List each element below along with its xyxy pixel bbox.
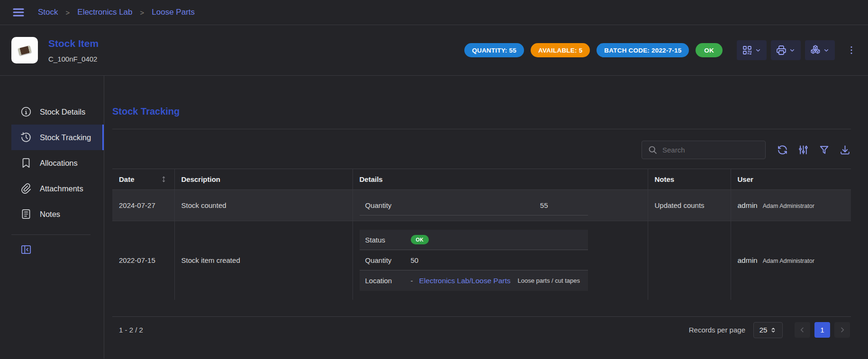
chevron-down-icon <box>788 46 796 54</box>
part-thumbnail[interactable] <box>11 37 38 63</box>
table-header-row: Date Description Details Notes User <box>112 169 851 190</box>
cell-notes: Updated counts <box>648 190 731 221</box>
stock-tracking-table: Date Description Details Notes User <box>112 169 851 300</box>
previous-page-button[interactable] <box>795 322 810 338</box>
breadcrumb-link-loose-parts[interactable]: Loose Parts <box>152 8 195 17</box>
detail-label: Status <box>365 236 411 244</box>
sidebar: Stock Details Stock Tracking Allocations <box>0 76 104 359</box>
column-header-notes[interactable]: Notes <box>648 169 731 190</box>
search-icon <box>648 145 658 155</box>
detail-label: Location <box>365 277 411 285</box>
refresh-icon[interactable] <box>777 144 788 156</box>
notes-icon <box>20 208 32 220</box>
breadcrumb-link-stock[interactable]: Stock <box>38 8 58 17</box>
adjustments-icon[interactable] <box>797 144 809 156</box>
record-range: 1 - 2 / 2 <box>119 326 143 334</box>
column-header-user[interactable]: User <box>731 169 851 190</box>
location-description: Loose parts / cut tapes <box>518 277 580 284</box>
sidebar-item-allocations[interactable]: Allocations <box>11 150 104 176</box>
breadcrumb-separator: > <box>66 9 70 17</box>
sidebar-item-attachments[interactable]: Attachments <box>11 176 104 201</box>
sidebar-item-stock-tracking[interactable]: Stock Tracking <box>11 125 104 150</box>
sidebar-item-label: Notes <box>40 210 60 219</box>
sidebar-divider <box>11 234 90 235</box>
part-name: C_100nF_0402 <box>48 55 99 63</box>
packages-icon <box>810 45 821 56</box>
column-label: Date <box>119 175 135 183</box>
search-input[interactable] <box>662 146 760 154</box>
chevron-down-icon <box>823 46 830 54</box>
stock-actions-button[interactable] <box>805 40 835 60</box>
pagination-controls: Records per page 25 1 <box>689 322 850 338</box>
chevron-right-icon <box>838 326 846 334</box>
cell-date: 2022-07-15 <box>112 221 174 300</box>
detail-value: 55 <box>540 201 548 209</box>
detail-row-status: Status OK <box>360 230 588 250</box>
table-footer: 1 - 2 / 2 Records per page 25 1 <box>112 316 851 338</box>
table-row[interactable]: 2024-07-27 Stock counted Quantity 55 Upd… <box>112 190 851 221</box>
heading-divider <box>112 129 851 129</box>
location-dash: - <box>411 277 413 285</box>
status-ok-badge: OK <box>696 43 723 57</box>
search-box <box>642 141 766 159</box>
capacitor-image <box>18 45 32 55</box>
bookmark-icon <box>20 157 32 169</box>
page-title: Stock Item <box>48 38 99 49</box>
printer-icon <box>776 45 787 56</box>
cell-description: Stock item created <box>174 221 353 300</box>
dots-vertical-icon[interactable] <box>846 45 857 55</box>
content-area: Stock Details Stock Tracking Allocations <box>0 76 868 359</box>
header-right: QUANTITY: 55 AVAILABLE: 5 BATCH CODE: 20… <box>464 40 857 60</box>
detail-value: 50 <box>411 256 419 264</box>
cell-user: admin Adam Administrator <box>731 190 851 221</box>
main-panel: Stock Tracking <box>104 76 868 359</box>
menu-hamburger-icon[interactable] <box>11 5 26 19</box>
download-icon[interactable] <box>839 144 851 156</box>
status-ok-pill: OK <box>411 235 429 244</box>
sort-icon[interactable] <box>160 175 168 183</box>
user-fullname: Adam Administrator <box>763 258 814 264</box>
detail-label: Quantity <box>365 256 411 264</box>
barcode-actions-button[interactable] <box>737 40 767 60</box>
cell-description: Stock counted <box>174 190 353 221</box>
breadcrumb-link-electronics-lab[interactable]: Electronics Lab <box>77 8 132 17</box>
sidebar-item-notes[interactable]: Notes <box>11 201 104 227</box>
panel-heading: Stock Tracking <box>112 106 851 117</box>
detail-row-quantity: Quantity 55 <box>360 195 588 215</box>
table-row[interactable]: 2022-07-15 Stock item created Status OK … <box>112 221 851 300</box>
username: admin <box>738 256 758 265</box>
page-1-button[interactable]: 1 <box>814 322 830 338</box>
available-badge: AVAILABLE: 5 <box>531 43 590 57</box>
batch-code-badge: BATCH CODE: 2022-7-15 <box>597 43 689 57</box>
cell-details: Status OK Quantity 50 Location - Electro… <box>353 221 648 300</box>
print-actions-button[interactable] <box>771 40 801 60</box>
table-toolbar <box>112 141 851 159</box>
cell-date: 2024-07-27 <box>112 190 174 221</box>
records-per-page-value: 25 <box>760 326 768 334</box>
qr-code-icon <box>741 45 753 56</box>
sidebar-item-stock-details[interactable]: Stock Details <box>11 99 104 125</box>
sidebar-item-label: Stock Tracking <box>40 133 91 142</box>
page-header: Stock Item C_100nF_0402 QUANTITY: 55 AVA… <box>0 25 868 76</box>
detail-row-location: Location - Electronics Lab/Loose Parts L… <box>360 270 588 291</box>
column-header-description[interactable]: Description <box>174 169 353 190</box>
username: admin <box>738 201 758 210</box>
collapse-sidebar-icon[interactable] <box>20 243 32 256</box>
selector-icon <box>770 327 777 333</box>
column-header-date[interactable]: Date <box>112 169 174 190</box>
sidebar-item-label: Allocations <box>40 159 78 168</box>
title-block: Stock Item C_100nF_0402 <box>48 38 99 63</box>
cell-user: admin Adam Administrator <box>731 221 851 300</box>
header-actions <box>737 40 835 60</box>
cell-details: Quantity 55 <box>353 190 648 221</box>
breadcrumb: Stock > Electronics Lab > Loose Parts <box>38 8 195 17</box>
detail-row-quantity: Quantity 50 <box>360 250 588 270</box>
filter-icon[interactable] <box>818 144 830 156</box>
records-per-page-label: Records per page <box>689 326 745 334</box>
location-link[interactable]: Electronics Lab/Loose Parts <box>419 277 511 285</box>
detail-label: Quantity <box>365 201 411 209</box>
info-circle-icon <box>20 106 32 118</box>
records-per-page-select[interactable]: 25 <box>753 322 783 338</box>
next-page-button[interactable] <box>834 322 850 338</box>
column-header-details[interactable]: Details <box>353 169 648 190</box>
